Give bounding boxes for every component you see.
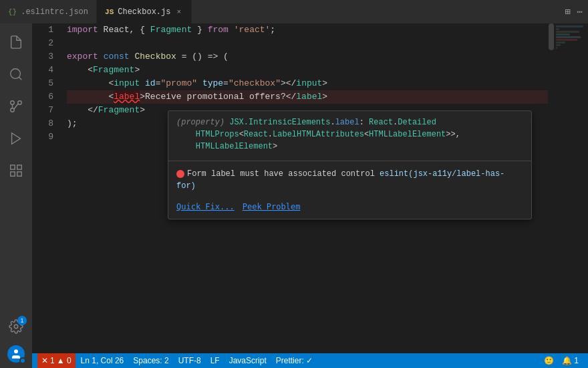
hover-popup: (property) JSX.IntrinsicElements.label: … — [168, 110, 532, 219]
popup-type-line2 — [176, 130, 196, 139]
quick-fix-button[interactable]: Quick Fix... — [176, 200, 235, 213]
editor-area: 1 2 3 4 5 6 7 8 9 import React, { Fragme… — [32, 23, 588, 368]
status-spaces-text: Spaces: 2 — [133, 356, 168, 365]
more-icon[interactable]: ⋯ — [577, 6, 583, 17]
hover-error-section: Form label must have associated control … — [168, 164, 531, 197]
popup-label-name: label — [335, 118, 359, 127]
svg-rect-6 — [11, 165, 15, 169]
popup-indent — [176, 142, 196, 151]
status-bar: ✕ 1 ▲ 0 Ln 1, Col 26 Spaces: 2 UTF-8 LF … — [32, 353, 588, 368]
minimap-line-9 — [556, 47, 557, 49]
status-bell[interactable]: 🔔 1 — [558, 356, 583, 365]
line-num-4: 4 — [32, 64, 59, 77]
minimap-line-3 — [556, 31, 579, 33]
popup-angle1: < — [239, 130, 244, 139]
activity-bar: 1 — [0, 23, 32, 368]
minimap-line-4 — [556, 33, 570, 35]
status-encoding[interactable]: UTF-8 — [174, 353, 205, 368]
popup-space — [375, 169, 380, 179]
line-num-9: 9 — [32, 130, 59, 144]
tab-eslintrc[interactable]: {} .eslintrc.json — [0, 0, 97, 23]
status-smiley[interactable]: 🙂 — [540, 356, 558, 365]
activity-search[interactable] — [3, 61, 29, 88]
minimap-line-7 — [556, 41, 565, 43]
error-count: 1 — [50, 356, 55, 365]
popup-angle2: < — [364, 130, 369, 139]
tab-eslintrc-label: .eslintrc.json — [21, 7, 88, 17]
minimap — [555, 23, 588, 353]
svg-point-10 — [14, 325, 18, 329]
activity-extensions[interactable] — [3, 157, 29, 184]
minimap-line-8 — [556, 44, 561, 46]
status-smiley-icon: 🙂 — [544, 356, 554, 365]
code-line-3: export const Checkbox = () => ( — [67, 50, 548, 64]
line-num-2: 2 — [32, 37, 59, 50]
code-editor[interactable]: 1 2 3 4 5 6 7 8 9 import React, { Fragme… — [32, 23, 588, 353]
minimap-line-6 — [556, 39, 577, 41]
status-bell-icon: 🔔 1 — [562, 356, 579, 365]
status-language-text: JavaScript — [229, 356, 267, 365]
avatar-badge — [19, 357, 26, 364]
svg-point-2 — [11, 101, 15, 105]
scrollbar-track[interactable] — [548, 23, 555, 353]
avatar[interactable] — [7, 345, 25, 363]
status-line-ending-text: LF — [210, 356, 220, 365]
json-icon: {} — [8, 8, 17, 16]
status-encoding-text: UTF-8 — [178, 356, 201, 365]
line-num-8: 8 — [32, 117, 59, 130]
scrollbar-thumb[interactable] — [549, 23, 554, 50]
code-line-6: <label>Receive promotional offers?</labe… — [67, 90, 548, 104]
activity-source-control[interactable] — [3, 93, 29, 120]
code-line-2 — [67, 37, 548, 50]
popup-type-react: React — [369, 118, 393, 127]
popup-dot3: . — [268, 130, 273, 139]
layout-icon[interactable]: ⊞ — [565, 6, 570, 17]
peek-problem-button[interactable]: Peek Problem — [243, 200, 301, 213]
popup-error-text: Form label must have associated control — [187, 169, 375, 179]
popup-prop-label: (property) — [176, 118, 229, 127]
code-line-1: import React, { Fragment } from 'react'; — [67, 23, 548, 37]
status-language[interactable]: JavaScript — [225, 353, 271, 368]
minimap-line-5 — [556, 36, 581, 38]
status-errors[interactable]: ✕ 1 ▲ 0 — [37, 353, 76, 368]
status-formatter[interactable]: Prettier: ✓ — [272, 353, 317, 368]
popup-colon: : — [359, 118, 369, 127]
hover-popup-content: (property) JSX.IntrinsicElements.label: … — [168, 111, 531, 158]
line-num-1: 1 — [32, 23, 59, 37]
popup-type-htmlprops: HTMLProps — [196, 130, 239, 139]
status-line-ending[interactable]: LF — [206, 353, 224, 368]
line-numbers: 1 2 3 4 5 6 7 8 9 — [32, 23, 64, 353]
svg-point-0 — [11, 69, 21, 79]
settings-badge: 1 — [17, 316, 27, 325]
svg-point-11 — [14, 349, 18, 353]
popup-angle3: >>, — [446, 130, 460, 139]
code-line-4: <Fragment> — [67, 64, 548, 77]
status-ln-col[interactable]: Ln 1, Col 26 — [77, 353, 128, 368]
popup-dot: . — [330, 118, 335, 127]
code-line-5: <input id="promo" type="checkbox"></inpu… — [67, 77, 548, 90]
title-bar-right: ⊞ ⋯ — [565, 6, 588, 17]
svg-marker-5 — [12, 133, 21, 145]
line-num-6: 6 — [32, 90, 59, 104]
error-count-icon: ✕ — [41, 356, 48, 365]
popup-type-detail: Detailed — [398, 118, 436, 127]
popup-htmllabelelement: HTMLLabelElement — [196, 142, 273, 151]
tab-list: {} .eslintrc.json JS Checkbox.js × — [0, 0, 192, 23]
activity-settings[interactable]: 1 — [3, 313, 29, 340]
activity-files[interactable] — [3, 29, 29, 56]
title-bar: {} .eslintrc.json JS Checkbox.js × ⊞ ⋯ — [0, 0, 588, 23]
svg-line-1 — [19, 77, 21, 80]
minimap-line-1 — [556, 25, 583, 27]
tab-checkbox[interactable]: JS Checkbox.js × — [97, 0, 192, 23]
tab-close-icon[interactable]: × — [174, 7, 183, 17]
status-ln-col-text: Ln 1, Col 26 — [81, 356, 124, 365]
code-content[interactable]: import React, { Fragment } from 'react';… — [64, 23, 548, 353]
status-formatter-text: Prettier: ✓ — [276, 356, 313, 365]
activity-run[interactable] — [3, 125, 29, 152]
status-spaces[interactable]: Spaces: 2 — [129, 353, 172, 368]
popup-type-react2: React — [244, 130, 268, 139]
js-icon: JS — [105, 8, 114, 16]
error-icon — [176, 170, 184, 178]
svg-rect-9 — [17, 172, 21, 176]
line-num-3: 3 — [32, 50, 59, 64]
